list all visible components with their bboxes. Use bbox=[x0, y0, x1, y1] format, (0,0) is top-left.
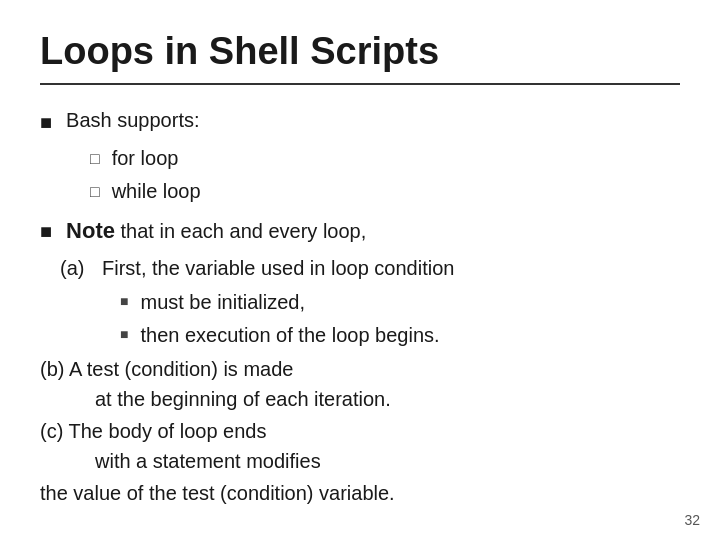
note-rest-text: that in each and every loop, bbox=[115, 220, 366, 242]
while-loop-text: while loop bbox=[112, 176, 201, 206]
note-text: Note that in each and every loop, bbox=[66, 214, 366, 247]
bullet-bash-supports: ■ Bash supports: bbox=[40, 105, 680, 137]
bullet-for-loop: □ for loop bbox=[90, 143, 680, 173]
a-sub1-text: must be initialized, bbox=[140, 287, 305, 317]
for-loop-text: for loop bbox=[112, 143, 179, 173]
bullet-a: (a) First, the variable used in loop con… bbox=[40, 253, 680, 283]
bullet-marker-a1: ■ bbox=[120, 291, 128, 312]
section-label-a: (a) bbox=[60, 253, 102, 283]
bullet-c-line1: The body of loop ends bbox=[69, 420, 267, 442]
bullet-a-sub2: ■ then execution of the loop begins. bbox=[120, 320, 680, 350]
bullet-b: (b) A test (condition) is made bbox=[40, 354, 680, 384]
section-a-text: First, the variable used in loop conditi… bbox=[102, 253, 454, 283]
bullet-b-line1: A test (condition) is made bbox=[69, 358, 294, 380]
page-number: 32 bbox=[684, 512, 700, 528]
bullet-a-sub1: ■ must be initialized, bbox=[120, 287, 680, 317]
bullet-marker-while: □ bbox=[90, 180, 100, 204]
bullet-c-line2-container: with a statement modifies bbox=[95, 446, 680, 476]
bullet-marker-1: ■ bbox=[40, 107, 52, 137]
slide: Loops in Shell Scripts ■ Bash supports: … bbox=[0, 0, 720, 540]
a-sub2-text: then execution of the loop begins. bbox=[140, 320, 439, 350]
final-text: the value of the test (condition) variab… bbox=[40, 482, 395, 504]
bullet-note: ■ Note that in each and every loop, bbox=[40, 214, 680, 247]
bullet-b-label: (b) bbox=[40, 358, 64, 380]
note-bold-text: Note bbox=[66, 218, 115, 243]
bullet-c-label: (c) bbox=[40, 420, 63, 442]
bullet-marker-2: ■ bbox=[40, 216, 52, 246]
bullet-b-line2: at the beginning of each iteration. bbox=[95, 388, 391, 410]
bullet-while-loop: □ while loop bbox=[90, 176, 680, 206]
slide-title: Loops in Shell Scripts bbox=[40, 30, 680, 85]
bullet-c: (c) The body of loop ends bbox=[40, 416, 680, 446]
bullet-b-line2-container: at the beginning of each iteration. bbox=[95, 384, 680, 414]
bash-supports-text: Bash supports: bbox=[66, 105, 199, 135]
bullet-c-line2: with a statement modifies bbox=[95, 450, 321, 472]
bullet-final: the value of the test (condition) variab… bbox=[40, 478, 680, 508]
bullet-marker-for: □ bbox=[90, 147, 100, 171]
bullet-marker-a2: ■ bbox=[120, 324, 128, 345]
